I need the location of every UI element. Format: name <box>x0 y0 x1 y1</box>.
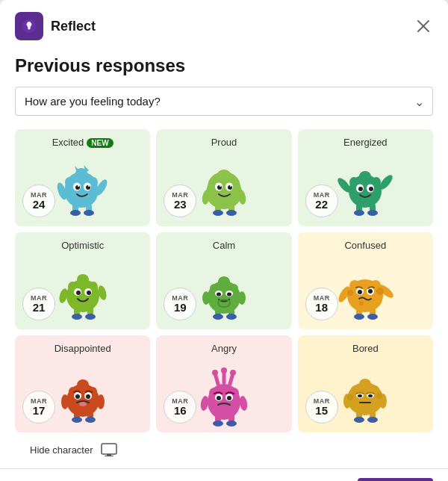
svg-point-6 <box>65 177 74 187</box>
monster-bored <box>335 360 395 420</box>
card-label-calm: Calm <box>213 240 235 251</box>
svg-point-1 <box>28 22 31 25</box>
svg-point-90 <box>354 314 364 320</box>
card-label-proud: Proud <box>211 137 237 148</box>
date-day: 21 <box>33 302 46 313</box>
svg-point-121 <box>221 367 227 373</box>
svg-point-112 <box>86 394 90 399</box>
svg-point-146 <box>368 394 373 397</box>
svg-point-43 <box>359 171 371 181</box>
date-circle-angry: MAR 16 <box>164 391 196 423</box>
date-day: 23 <box>174 199 187 210</box>
svg-rect-151 <box>107 454 111 456</box>
date-circle-confused: MAR 18 <box>305 288 338 320</box>
svg-point-132 <box>227 396 231 400</box>
modal-body: Previous responses How are you feeling t… <box>0 46 448 468</box>
monster-confused <box>335 257 395 317</box>
svg-point-142 <box>367 417 378 423</box>
svg-point-141 <box>354 417 364 423</box>
svg-point-94 <box>358 290 362 294</box>
svg-point-73 <box>238 291 246 305</box>
card-confused[interactable]: Confused MAR 18 <box>298 232 433 329</box>
svg-point-66 <box>76 291 81 295</box>
svg-point-18 <box>86 185 90 190</box>
close-icon <box>417 19 430 33</box>
monster-optimistic <box>53 257 113 317</box>
date-circle-energized: MAR 22 <box>305 184 338 217</box>
svg-point-108 <box>85 417 96 423</box>
svg-point-131 <box>217 396 221 400</box>
svg-point-102 <box>77 379 89 390</box>
monster-excited <box>53 154 113 214</box>
app-icon <box>15 12 43 40</box>
svg-point-80 <box>217 293 221 297</box>
close-button[interactable] <box>414 16 433 36</box>
svg-point-14 <box>84 210 94 216</box>
modal-container: Reflect Previous responses How are you f… <box>0 0 448 481</box>
date-day: 15 <box>315 405 328 416</box>
hide-character-label: Hide character <box>30 444 93 456</box>
monster-calm <box>194 257 254 317</box>
reflect-logo-icon <box>21 18 37 34</box>
card-excited[interactable]: ExcitedNEW <box>15 129 150 226</box>
svg-point-81 <box>227 293 231 297</box>
card-bored[interactable]: Bored MAR 15 <box>298 335 433 432</box>
card-optimistic[interactable]: Optimistic MAR 21 <box>15 232 150 329</box>
svg-point-103 <box>61 394 69 409</box>
header-left: Reflect <box>15 12 96 40</box>
svg-point-17 <box>75 185 80 190</box>
date-day: 19 <box>174 302 187 313</box>
svg-point-63 <box>85 314 96 320</box>
monster-disappointed <box>53 360 113 420</box>
card-label-disappointed: Disappointed <box>55 343 111 354</box>
card-disappointed[interactable]: Disappointed MAR 17 <box>15 335 150 432</box>
monster-proud <box>194 154 254 214</box>
svg-point-104 <box>97 394 105 409</box>
card-calm[interactable]: Calm MAR 19 <box>156 232 291 329</box>
svg-point-31 <box>226 210 237 216</box>
date-day: 22 <box>315 199 328 210</box>
svg-point-67 <box>87 291 91 295</box>
card-proud[interactable]: Proud MAR 23 <box>156 129 291 226</box>
svg-point-77 <box>226 314 237 320</box>
svg-point-149 <box>376 393 382 399</box>
svg-point-91 <box>367 314 378 320</box>
card-angry[interactable]: Angry MAR <box>156 335 291 432</box>
new-badge: NEW <box>87 138 113 148</box>
svg-point-52 <box>358 187 363 191</box>
svg-point-27 <box>217 170 231 180</box>
svg-point-95 <box>368 289 373 294</box>
date-circle-disappointed: MAR 17 <box>22 391 55 423</box>
svg-point-37 <box>228 185 232 190</box>
date-circle-proud: MAR 23 <box>164 184 196 217</box>
card-label-bored: Bored <box>352 343 379 354</box>
date-circle-calm: MAR 19 <box>164 288 196 320</box>
svg-point-62 <box>72 314 82 320</box>
date-day: 24 <box>33 199 46 210</box>
svg-point-111 <box>75 394 80 399</box>
svg-point-36 <box>217 185 222 190</box>
date-circle-excited: MAR 24 <box>22 184 55 217</box>
svg-point-76 <box>213 314 223 320</box>
done-button[interactable]: Done <box>358 478 434 481</box>
feeling-dropdown[interactable]: How are you feeling today? <box>15 87 433 116</box>
modal-footer: Back Done <box>0 468 448 481</box>
date-day: 16 <box>174 405 187 416</box>
svg-point-72 <box>202 291 210 305</box>
date-day: 17 <box>33 405 46 416</box>
svg-rect-152 <box>105 456 113 456</box>
svg-point-48 <box>354 210 364 216</box>
character-toggle-icon <box>101 443 117 456</box>
card-label-energized: Energized <box>343 137 388 148</box>
svg-point-148 <box>347 394 353 400</box>
svg-point-107 <box>72 417 82 423</box>
svg-point-128 <box>226 421 237 426</box>
svg-point-53 <box>369 187 373 191</box>
monster-energized <box>335 154 395 214</box>
svg-point-113 <box>79 402 87 406</box>
card-energized[interactable]: Energized MAR 22 <box>298 129 433 226</box>
date-circle-optimistic: MAR 21 <box>22 288 55 320</box>
svg-point-19 <box>78 185 79 187</box>
hide-character-button[interactable]: Hide character <box>30 443 117 456</box>
svg-point-57 <box>77 274 89 285</box>
